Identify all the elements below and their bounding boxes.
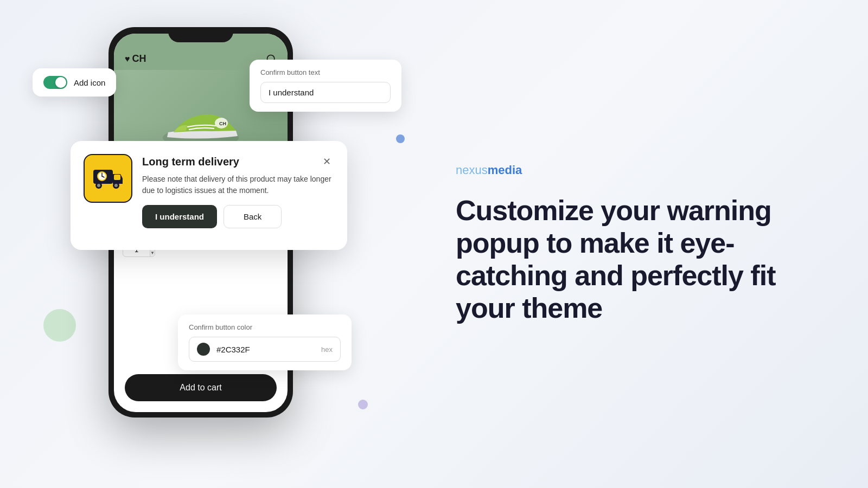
popup-close-button[interactable]: ✕: [319, 154, 334, 169]
popup-confirm-button[interactable]: I understand: [142, 205, 217, 228]
warning-popup-card: Long term delivery ✕ Please note that de…: [71, 141, 347, 250]
svg-rect-6: [114, 175, 120, 180]
phone-logo-text: CH: [132, 53, 146, 65]
popup-header: Long term delivery ✕ Please note that de…: [84, 154, 334, 228]
color-hex-value: #2C332F: [216, 345, 315, 354]
confirm-color-card: Confirm button color #2C332F hex: [178, 314, 352, 370]
color-swatch: [197, 343, 210, 356]
toggle-knob: [55, 77, 66, 88]
popup-body-text: Please note that delivery of this produc…: [142, 174, 334, 196]
phone-logo: ♥ CH: [125, 53, 146, 65]
add-to-cart-button[interactable]: Add to cart: [125, 374, 277, 401]
confirm-text-label: Confirm button text: [260, 68, 391, 76]
popup-title-row: Long term delivery ✕: [142, 154, 334, 169]
main-headline: Customize your warning popup to make it …: [456, 195, 803, 324]
popup-content: Long term delivery ✕ Please note that de…: [142, 154, 334, 228]
confirm-color-label: Confirm button color: [189, 323, 341, 331]
phone-notch: [168, 27, 233, 42]
popup-icon-box: [84, 154, 132, 203]
popup-back-button[interactable]: Back: [224, 205, 282, 228]
color-input-row[interactable]: #2C332F hex: [189, 337, 341, 362]
add-icon-card: Add icon: [33, 68, 116, 97]
add-icon-label: Add icon: [74, 78, 105, 87]
svg-point-14: [114, 184, 118, 187]
heart-icon: ♥: [125, 54, 130, 64]
right-section: nexusmedia Customize your warning popup …: [412, 0, 868, 488]
confirm-text-input[interactable]: [260, 82, 391, 103]
popup-buttons: I understand Back: [142, 205, 334, 228]
popup-title: Long term delivery: [142, 156, 239, 168]
brand-nexus: nexus: [456, 163, 488, 177]
add-icon-toggle[interactable]: [43, 76, 67, 89]
svg-text:CH: CH: [219, 121, 226, 126]
hex-label: hex: [321, 345, 333, 354]
brand-media: media: [488, 163, 522, 177]
qty-down-arrow[interactable]: ▼: [150, 250, 155, 257]
confirm-text-card: Confirm button text: [250, 60, 401, 112]
left-section: ♥ CH: [0, 0, 412, 488]
svg-point-12: [97, 184, 100, 187]
brand-logo: nexusmedia: [456, 163, 803, 177]
delivery-truck-icon: [92, 165, 124, 191]
